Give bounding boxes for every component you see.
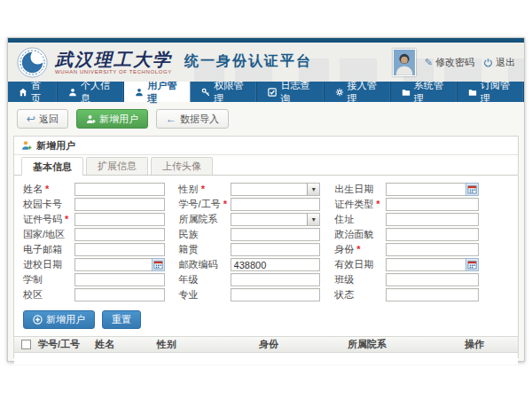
nav-tab-label: 个人信息 [81,79,113,106]
calendar-icon[interactable] [466,258,479,271]
field-control: ▾ [74,273,165,286]
nav-tab[interactable]: 个人信息 [58,82,124,102]
field-label: 学制 [23,274,43,285]
calendar-icon[interactable] [152,258,165,271]
home-icon [19,88,27,97]
header: 武汉理工大学 WUHAN UNIVERSITY OF TECHNOLOGY 统一… [8,43,524,82]
panel-tab[interactable]: 基本信息 [21,157,83,176]
field-control: ▾ [386,198,479,211]
field-label: 国家/地区 [23,229,65,239]
nav-tab[interactable]: 日志查询 [257,82,324,102]
field-label: 性别 [179,184,199,194]
change-password-link[interactable]: ✎ 修改密码 [425,56,474,69]
field-control: ▾ [231,258,321,271]
field-input[interactable] [74,183,165,196]
plus-circle-icon [33,315,43,325]
field-input[interactable] [231,288,321,301]
field-control: ▾ [386,213,479,226]
field-input[interactable] [231,198,321,211]
add-user-toolbar-button[interactable]: 新增用户 [76,109,148,129]
user-table-header: 学号/工号 姓名 性别 身份 所属院系 操作 [14,336,518,353]
field-control: ▾ [386,258,479,271]
field-input[interactable] [386,198,479,211]
field-input[interactable] [386,273,479,286]
change-password-label: 修改密码 [435,56,474,69]
field-label: 有效日期 [334,259,373,270]
reset-button[interactable]: 重置 [102,310,141,329]
nav-tab[interactable]: 系统管理 [391,82,458,102]
table-header-cell: 身份 [259,338,348,351]
field-label: 证件号码 [23,214,62,224]
form-field: 国家/地区 * ▾ [23,227,165,242]
required-asterisk: * [356,244,360,254]
nav-tab[interactable]: 接入管理 [325,82,391,102]
user-table-empty-body [14,353,518,364]
form-field: 校区 * ▾ [23,287,165,302]
field-label: 年级 [179,274,199,285]
table-header-cell: 所属院系 [348,338,465,351]
form-field: 民族 * ▾ [179,227,321,242]
nav-tab[interactable]: 订阅管理 [458,82,524,102]
nav-tab-label: 权限管理 [214,79,246,106]
user-icon [68,88,77,97]
field-input[interactable] [231,258,321,271]
field-input[interactable] [74,213,165,226]
field-input[interactable] [74,288,165,301]
field-input[interactable] [74,243,165,256]
form-field: 专业 * ▾ [179,287,321,302]
form-field: 校园卡号 * ▾ [23,197,165,212]
field-input[interactable] [74,198,165,211]
data-import-button[interactable]: ← 数据导入 [156,109,229,129]
panel-tab[interactable]: 扩展信息 [86,157,148,175]
field-label: 政治面貌 [334,229,373,239]
form-field: 性别 * ▾ [179,182,321,197]
field-input[interactable] [386,213,479,226]
field-control: ▾ [74,183,165,196]
panel-tab[interactable]: 上传头像 [151,157,213,175]
table-header-cell: 学号/工号 [38,338,95,351]
calendar-icon[interactable] [466,183,479,196]
section-title: 新增用户 [36,139,75,153]
field-input[interactable] [386,243,479,256]
nav-tab[interactable]: 权限管理 [191,82,257,102]
chevron-down-icon[interactable]: ▾ [307,214,319,225]
field-label: 学号/工号 [179,199,221,209]
form-field: 年级 * ▾ [179,272,321,287]
logout-link[interactable]: 退出 [483,56,515,69]
logout-label: 退出 [496,56,515,69]
field-label: 邮政编码 [179,259,218,270]
add-user-toolbar-label: 新增用户 [99,113,138,126]
select-all-checkbox[interactable] [21,340,31,349]
field-label: 所属院系 [179,214,218,224]
field-label: 校区 [23,289,43,300]
gear-icon [335,88,344,97]
new-user-form: 姓名 * ▾ 性别 * [14,176,518,307]
form-field: 姓名 * ▾ [23,182,165,197]
submit-add-user-button[interactable]: 新增用户 [23,310,95,329]
back-button[interactable]: ↩ 返回 [17,109,68,129]
nav-tab[interactable]: 首页 [8,82,58,102]
field-input[interactable] [386,228,479,241]
form-field: 政治面貌 * ▾ [334,227,479,242]
field-label: 电子邮箱 [23,244,62,254]
field-input[interactable] [74,228,165,241]
chevron-down-icon[interactable]: ▾ [307,184,319,195]
submit-add-user-label: 新增用户 [46,313,85,326]
nav-tab[interactable]: 用户管理 [124,82,191,102]
data-import-label: 数据导入 [180,113,219,126]
field-input[interactable] [386,288,479,301]
user-plus-icon [86,114,96,124]
field-control: ▾ [231,273,321,286]
field-control: ▾ [231,213,321,226]
power-icon [483,58,493,67]
table-header-cell: 姓名 [95,338,157,351]
form-field: 班级 * ▾ [334,272,479,287]
field-input[interactable] [74,273,165,286]
nav-tab-label: 订阅管理 [481,79,512,106]
field-input[interactable] [231,273,321,286]
panel-tab-label: 扩展信息 [98,160,137,173]
form-field: 学号/工号 * ▾ [179,197,321,212]
folder-icon [402,88,411,97]
field-input[interactable] [231,243,321,256]
field-input[interactable] [231,228,321,241]
